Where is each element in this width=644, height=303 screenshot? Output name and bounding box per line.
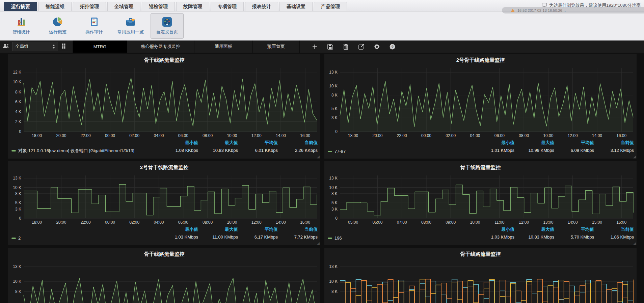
chart-panel: 骨干线路流量监控 03 K5 K8 K10 K13 K05:0006:0007:… [324, 161, 637, 245]
panel-title[interactable]: 骨干线路流量监控 [8, 248, 320, 259]
traffic-chart[interactable]: 03 K5 K8 K10 K13 K18:0020:0022:0000:0002… [8, 173, 320, 226]
dashboard-toolbar: 全局组 MTRG核心服务器专项监控通用面板预置首页 ? [0, 40, 644, 53]
stat-header[interactable]: 当前值 [594, 226, 634, 232]
dashboard-tab-1[interactable]: MTRG [73, 40, 127, 53]
ribbon-item-5[interactable]: 自定义首页 [151, 13, 184, 39]
svg-text:10 K: 10 K [329, 84, 338, 88]
chart-panel: 2号骨干线路流量监控 03 K5 K8 K10 K13 K18:0020:002… [324, 54, 637, 159]
panel-title[interactable]: 2号骨干线路流量监控 [324, 54, 637, 65]
chart-panel: 2号骨干线路流量监控 03 K5 K8 K10 K13 K18:0020:002… [8, 161, 320, 245]
stat-header[interactable]: 当前值 [594, 140, 634, 146]
traffic-chart[interactable]: 3 K5 K8 K10 K13 K [324, 259, 637, 303]
svg-text:8 K: 8 K [331, 191, 338, 196]
svg-text:8 K: 8 K [331, 93, 338, 98]
svg-text:00:00: 00:00 [105, 220, 115, 225]
menu-tab-6[interactable]: 故障管理 [176, 2, 209, 11]
panel-title[interactable]: 2号骨干线路流量监控 [8, 161, 320, 173]
traffic-chart[interactable]: 02 K4 K6 K8 K10 K12 K18:0020:0022:0000:0… [8, 65, 320, 139]
ribbon-item-1[interactable]: 智维统计 [5, 13, 38, 39]
resize-grip-icon[interactable]: ◢ [633, 155, 636, 159]
stat-header[interactable]: 最小值 [475, 226, 514, 232]
traffic-chart[interactable]: 3 K5 K8 K10 K13 K [8, 259, 320, 303]
stat-header[interactable]: 平均值 [238, 140, 278, 146]
menu-tab-3[interactable]: 拓扑管理 [73, 2, 106, 11]
chart-panel: 骨干线路流量监控 02 K4 K6 K8 K10 K12 K18:0020:00… [8, 54, 320, 159]
svg-text:20:00: 20:00 [372, 133, 382, 138]
menu-tab-9[interactable]: 基础设置 [279, 2, 313, 11]
stat-value: 11.00 KMbps [198, 235, 238, 240]
stat-header[interactable]: 最大值 [198, 226, 238, 232]
panel-title[interactable]: 骨干线路流量监控 [324, 248, 637, 259]
svg-text:5 K: 5 K [15, 200, 21, 205]
legend-item[interactable]: 77-87 [328, 149, 346, 154]
ribbon-item-2[interactable]: 运行概览 [41, 13, 74, 39]
trash-icon[interactable] [342, 43, 349, 50]
stat-header[interactable]: 最小值 [475, 140, 514, 146]
svg-text:04:00: 04:00 [470, 133, 480, 138]
gear-icon[interactable] [373, 43, 380, 50]
menu-tab-1[interactable]: 运行摘要 [4, 2, 37, 11]
bar-stats-icon [16, 17, 26, 27]
stat-header[interactable]: 平均值 [238, 226, 278, 232]
traffic-chart[interactable]: 03 K5 K8 K10 K13 K05:0006:0007:0008:0009… [324, 173, 637, 226]
svg-text:06:00: 06:00 [494, 133, 505, 138]
ribbon-item-4[interactable]: 常用应用一览 [114, 13, 147, 39]
traffic-chart[interactable]: 03 K5 K8 K10 K13 K18:0020:0022:0000:0002… [324, 65, 637, 139]
legend-item[interactable]: 对象:121.0.0.16[sw-demo] 设备端口 [GigabitEthe… [11, 148, 134, 154]
legend-item[interactable]: 196 [328, 236, 342, 241]
svg-text:13:00: 13:00 [543, 220, 553, 225]
stat-header[interactable]: 最大值 [198, 140, 238, 146]
resize-grip-icon[interactable]: ◢ [633, 242, 636, 245]
svg-text:10:00: 10:00 [470, 220, 480, 225]
legend-item[interactable]: 2 [11, 236, 21, 241]
dashboard-tab-2[interactable]: 核心服务器专项监控 [127, 40, 194, 53]
svg-text:10:00: 10:00 [543, 133, 553, 138]
svg-text:8 K: 8 K [15, 90, 21, 94]
menu-tab-5[interactable]: 巡检管理 [142, 2, 175, 11]
svg-text:8 K: 8 K [331, 289, 338, 294]
stat-header[interactable]: 当前值 [278, 226, 318, 232]
main-menu-bar: 运行摘要智能运维拓扑管理全域管理巡检管理故障管理专项管理报表统计基础设置产品管理… [0, 0, 644, 11]
stat-header[interactable]: 最小值 [158, 140, 198, 146]
svg-text:20:00: 20:00 [56, 133, 66, 138]
help-icon[interactable]: ? [389, 43, 396, 50]
toolbar-actions: ? [311, 40, 396, 53]
svg-text:02:00: 02:00 [446, 133, 456, 138]
save-icon[interactable] [327, 43, 333, 50]
svg-text:22:00: 22:00 [81, 220, 91, 225]
group-select[interactable]: 全局组 [12, 42, 58, 51]
menu-tab-8[interactable]: 报表统计 [245, 2, 278, 11]
plus-icon[interactable] [311, 43, 318, 50]
stat-header[interactable]: 最大值 [514, 226, 554, 232]
panel-title[interactable]: 骨干线路流量监控 [324, 161, 637, 173]
grid-view-icon[interactable] [62, 44, 67, 50]
ribbon-item-label: 常用应用一览 [117, 29, 144, 35]
svg-text:00:00: 00:00 [421, 133, 431, 138]
panel-title[interactable]: 骨干线路流量监控 [8, 54, 320, 65]
svg-text:22:00: 22:00 [397, 133, 407, 138]
dashboard-tab-3[interactable]: 通用面板 [194, 40, 252, 53]
stat-header[interactable]: 当前值 [278, 140, 318, 146]
legend-label: 77-87 [334, 149, 346, 154]
resize-grip-icon[interactable]: ◢ [317, 155, 320, 159]
resize-grip-icon[interactable]: ◢ [317, 242, 320, 245]
ribbon-item-3[interactable]: 操作审计 [78, 13, 111, 39]
stat-value: 7.72 KMbps [278, 235, 318, 240]
menu-tab-4[interactable]: 全域管理 [107, 2, 140, 11]
menu-tab-7[interactable]: 专项管理 [211, 2, 244, 11]
menu-tab-2[interactable]: 智能运维 [38, 2, 72, 11]
external-link-icon[interactable] [358, 43, 365, 50]
stats-table: 最小值最大值平均值当前值1.01 KMbps10.99 KMbps6.09 KM… [475, 140, 634, 153]
stat-value: 6.09 KMbps [554, 148, 594, 153]
svg-text:08:00: 08:00 [203, 133, 213, 138]
stat-header[interactable]: 平均值 [554, 226, 594, 232]
stat-header[interactable]: 平均值 [554, 140, 594, 146]
ribbon-item-label: 自定义首页 [156, 29, 178, 35]
stats-table: 最小值最大值平均值当前值1.03 KMbps11.00 KMbps6.17 KM… [158, 226, 318, 240]
stat-header[interactable]: 最小值 [158, 226, 198, 232]
menu-tab-10[interactable]: 产品管理 [314, 2, 347, 11]
dashboard-tab-4[interactable]: 预置首页 [252, 40, 300, 53]
stat-header[interactable]: 最大值 [514, 140, 554, 146]
svg-text:13 K: 13 K [13, 176, 21, 181]
svg-text:18:00: 18:00 [32, 133, 42, 138]
